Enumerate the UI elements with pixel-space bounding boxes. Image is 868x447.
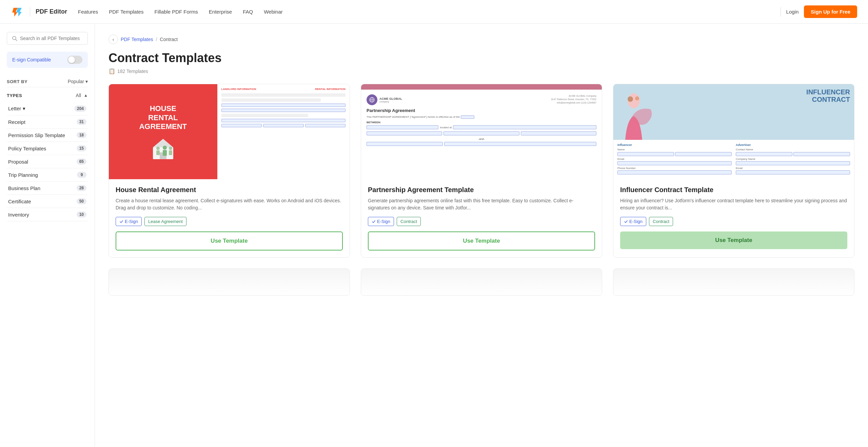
sidebar-item-count: 18	[77, 132, 86, 138]
sort-row: SORT BY Popular ▾	[7, 76, 88, 87]
contract-tag-label: Contract	[400, 219, 417, 224]
sidebar-item-count: 15	[77, 145, 86, 151]
nav-divider	[781, 7, 781, 17]
esign-tag-label: E-Sign	[629, 219, 643, 224]
template-desc-influencer: Hiring an influencer? Use Jotform's infl…	[620, 197, 847, 211]
template-card-house-rental: HOUSERENTALAGREEMENT	[108, 84, 350, 258]
sidebar-item-label: Business Plan	[8, 185, 40, 191]
tag-esign-house-rental[interactable]: E-Sign	[116, 217, 142, 226]
nav-webinar[interactable]: Webinar	[264, 9, 283, 15]
esign-compatible-toggle-row: E-sign Compatible	[7, 52, 88, 68]
svg-point-10	[163, 146, 167, 150]
sidebar-item-policy-templates[interactable]: Policy Templates 15	[7, 142, 88, 155]
lease-tag-label: Lease Agreement	[148, 219, 183, 224]
sidebar-item-receipt[interactable]: Receipt 31	[7, 115, 88, 129]
sidebar-item-certificate[interactable]: Certificate 50	[7, 195, 88, 208]
sort-by-value: Popular	[68, 79, 84, 84]
esign-icon	[372, 220, 376, 224]
tag-contract-influencer[interactable]: Contract	[649, 217, 673, 226]
template-title-influencer: Influencer Contract Template	[620, 186, 847, 194]
sidebar-item-label: Proposal	[8, 159, 28, 165]
sidebar-item-count: 9	[77, 172, 86, 178]
svg-marker-6	[153, 139, 173, 147]
template-tags-partnership: E-Sign Contract	[368, 217, 595, 226]
sidebar-item-permission-slip[interactable]: Permission Slip Template 18	[7, 129, 88, 142]
template-card-partial-2	[361, 268, 602, 296]
search-input[interactable]	[20, 36, 83, 41]
nav-features[interactable]: Features	[78, 9, 98, 15]
sidebar-item-count: 65	[77, 159, 86, 165]
nav-faq[interactable]: FAQ	[243, 9, 253, 15]
jotform-logo-icon	[11, 5, 24, 19]
sort-by-dropdown[interactable]: Popular ▾	[68, 79, 88, 84]
search-box	[7, 32, 88, 45]
sidebar-item-label: Letter ▾	[8, 106, 25, 112]
sidebar-item-trip-planning[interactable]: Trip Planning 9	[7, 168, 88, 182]
sidebar-item-label: Trip Planning	[8, 172, 38, 178]
template-card-body-influencer: Influencer Contract Template Hiring an i…	[613, 179, 854, 256]
main-nav: Features PDF Templates Fillable PDF Form…	[78, 9, 781, 15]
logo-divider	[30, 7, 30, 17]
breadcrumb-separator: /	[156, 37, 157, 42]
template-tags-influencer: E-Sign Contract	[620, 217, 847, 226]
sidebar-item-label: Permission Slip Template	[8, 132, 65, 138]
influencer-pink-splash	[624, 99, 657, 126]
svg-point-8	[156, 147, 160, 150]
breadcrumb-back-button[interactable]: ‹	[108, 35, 118, 44]
esign-toggle[interactable]	[67, 56, 82, 64]
chevron-up-icon: ▲	[84, 93, 88, 98]
types-header: TYPES All ▲	[7, 93, 88, 98]
tag-lease-agreement[interactable]: Lease Agreement	[144, 217, 186, 226]
contract-tag-label: Contract	[653, 219, 669, 224]
breadcrumb-parent[interactable]: PDF Templates	[121, 37, 153, 42]
sidebar-item-business-plan[interactable]: Business Plan 28	[7, 182, 88, 195]
main-content: ‹ PDF Templates / Contract Contract Temp…	[95, 24, 868, 447]
sidebar-item-count: 31	[77, 119, 86, 125]
template-count-icon: 📋	[108, 68, 115, 74]
login-button[interactable]: Login	[786, 9, 799, 15]
sidebar-item-label: Inventory	[8, 212, 29, 218]
types-list: Letter ▾ 204 Receipt 31 Permission Slip …	[7, 102, 88, 221]
template-grid: HOUSERENTALAGREEMENT	[108, 84, 854, 258]
svg-point-12	[169, 147, 172, 150]
esign-icon	[119, 220, 123, 224]
svg-rect-11	[163, 150, 167, 156]
use-template-button-partnership[interactable]: Use Template	[368, 231, 595, 250]
nav-enterprise[interactable]: Enterprise	[209, 9, 232, 15]
nav-fillable-pdf[interactable]: Fillable PDF Forms	[154, 9, 198, 15]
tag-contract-partnership[interactable]: Contract	[397, 217, 421, 226]
chevron-left-icon: ‹	[113, 37, 114, 42]
use-template-button-house-rental[interactable]: Use Template	[116, 231, 343, 250]
product-name: PDF Editor	[36, 8, 67, 15]
types-label: TYPES	[7, 93, 22, 98]
sort-by-label: SORT BY	[7, 79, 27, 84]
esign-icon	[624, 220, 628, 224]
page-title: Contract Templates	[108, 51, 854, 65]
sidebar-item-inventory[interactable]: Inventory 10	[7, 208, 88, 221]
breadcrumb: ‹ PDF Templates / Contract	[108, 35, 854, 44]
esign-label: E-sign Compatible	[12, 57, 51, 62]
svg-line-4	[16, 39, 17, 41]
template-card-body-house-rental: House Rental Agreement Create a house re…	[109, 179, 350, 257]
sidebar-item-proposal[interactable]: Proposal 65	[7, 155, 88, 168]
template-preview-house-rental: HOUSERENTALAGREEMENT	[109, 84, 350, 179]
esign-tag-label: E-Sign	[377, 219, 390, 224]
svg-rect-13	[169, 150, 172, 155]
template-card-partial-3	[613, 268, 854, 296]
tag-esign-partnership[interactable]: E-Sign	[368, 217, 394, 226]
acme-globe-icon	[369, 97, 375, 103]
nav-pdf-templates[interactable]: PDF Templates	[109, 9, 143, 15]
tag-esign-influencer[interactable]: E-Sign	[620, 217, 646, 226]
template-desc-house-rental: Create a house rental lease agreement. C…	[116, 197, 343, 211]
template-card-partial-1	[108, 268, 350, 296]
sidebar-item-letter[interactable]: Letter ▾ 204	[7, 102, 88, 115]
template-card-influencer: INFLUENCERCONTRACT Influencer Name	[613, 84, 854, 258]
template-preview-influencer: INFLUENCERCONTRACT Influencer Name	[613, 84, 854, 179]
use-template-button-influencer[interactable]: Use Template	[620, 231, 847, 249]
breadcrumb-current: Contract	[160, 37, 178, 42]
signup-button[interactable]: Sign Up for Free	[804, 5, 857, 18]
template-count: 📋 182 Templates	[108, 68, 854, 74]
template-title-house-rental: House Rental Agreement	[116, 186, 343, 194]
template-count-text: 182 Templates	[117, 69, 148, 74]
sidebar-item-label: Policy Templates	[8, 146, 46, 151]
